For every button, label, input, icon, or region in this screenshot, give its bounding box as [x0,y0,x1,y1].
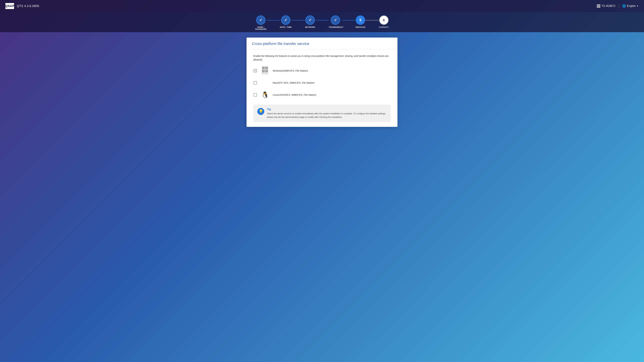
step-6-label: SUMMARY [379,26,389,28]
card-title: Cross-platform file transfer service [252,41,392,46]
tux-icon: 🐧 [261,92,269,98]
step-5-number: 5 [360,18,362,22]
qnap-logo: QNAP [5,3,14,9]
step-3-circle: ✓ [306,15,315,25]
windows-squares [262,66,268,72]
connector-3-4 [315,20,329,20]
step-2-circle: ✓ [281,15,290,25]
windows-icon: Windows [260,66,269,75]
step-1-label: NAME /PASSWORD [255,26,266,30]
step-3: ✓ NETWORK [305,15,315,28]
lang-label: English [627,4,636,7]
step-5: 5 SERVICES [356,15,366,28]
step-2: ✓ DATE / TIME [280,15,292,28]
lightbulb-icon: 💡 [258,109,263,114]
step-4-label: THUNDERBOLT [329,26,342,28]
qts-version: QTS 4.3.6.0805 [17,4,39,8]
step-1: ✓ NAME /PASSWORD [255,15,266,30]
step-5-label: SERVICES [356,26,366,28]
mac-checkbox[interactable] [254,81,257,84]
header: QNAP QTS 4.3.6.0805 TS-453BT3 🌐 English … [0,0,644,12]
mac-checkbox-wrapper [253,81,257,85]
card-header: Cross-platform file transfer service [246,37,398,49]
step-2-label: DATE / TIME [280,26,292,28]
globe-icon: 🌐 [622,4,626,8]
connector-2-3 [292,20,305,20]
qnap-logo-mark: QNAP [5,3,14,9]
step-6-circle: 6 [379,15,388,25]
step-1-check: ✓ [259,18,262,22]
lang-selector[interactable]: 🌐 English ▼ [622,4,639,8]
steps: ✓ NAME /PASSWORD ✓ DATE / TIME ✓ NETWORK… [255,15,389,30]
step-2-check: ✓ [284,18,287,22]
card-body: Enable the following OS features to assi… [246,49,398,127]
grid-icon [597,4,600,8]
tip-title: Tip [267,108,387,111]
linux-icon: 🐧 [260,90,269,99]
device-name-text: TS-453BT3 [602,4,615,7]
main-wrapper: Cross-platform file transfer service Ena… [0,32,644,362]
linux-checkbox[interactable] [254,93,257,96]
header-right: TS-453BT3 🌐 English ▼ [597,4,639,8]
connector-1-2 [266,20,280,20]
tip-text: Select the above services to enable imme… [267,112,387,119]
linux-label: Linux/UNIX(NFS, SMB/CIFS, File Station) [273,93,316,96]
description-text: Enable the following OS features to assi… [253,54,391,62]
step-4-check: ✓ [334,18,337,22]
tip-content: Tip Select the above services to enable … [267,108,387,119]
windows-label: Windows(SMB/CIFS, File Station) [273,69,308,72]
step-3-check: ✓ [308,18,312,22]
windows-checkbox-wrapper [253,69,257,73]
os-option-windows: Windows Windows(SMB/CIFS, File Station) [253,66,391,75]
content-card: Cross-platform file transfer service Ena… [246,37,398,127]
os-option-mac: Mac(AFP, NFS, SMB/CIFS, File Station) [253,78,391,87]
step-6-number: 6 [383,18,385,22]
windows-caption: Windows [262,73,268,75]
connector-5-6 [366,20,379,20]
mac-label: Mac(AFP, NFS, SMB/CIFS, File Station) [273,81,314,84]
step-6: 6 SUMMARY [379,15,389,28]
step-3-label: NETWORK [305,26,315,28]
tip-box: 💡 Tip Select the above services to enabl… [253,105,391,122]
os-option-linux: 🐧 Linux/UNIX(NFS, SMB/CIFS, File Station… [253,90,391,99]
chevron-down-icon: ▼ [636,5,639,7]
header-left: QNAP QTS 4.3.6.0805 [5,3,39,9]
connector-4-5 [342,20,356,20]
windows-checkbox[interactable] [254,69,257,72]
device-name: TS-453BT3 [597,4,615,8]
step-1-circle: ✓ [256,15,266,25]
mac-icon [260,78,269,87]
os-options: Windows Windows(SMB/CIFS, File Station) … [253,66,391,99]
step-5-circle: 5 [356,15,365,25]
steps-container: ✓ NAME /PASSWORD ✓ DATE / TIME ✓ NETWORK… [0,12,644,32]
tip-icon: 💡 [257,108,264,115]
step-4: ✓ THUNDERBOLT [329,15,342,28]
linux-checkbox-wrapper [253,93,257,97]
qnap-logo-text: QNAP [5,4,14,8]
step-4-circle: ✓ [331,15,340,25]
